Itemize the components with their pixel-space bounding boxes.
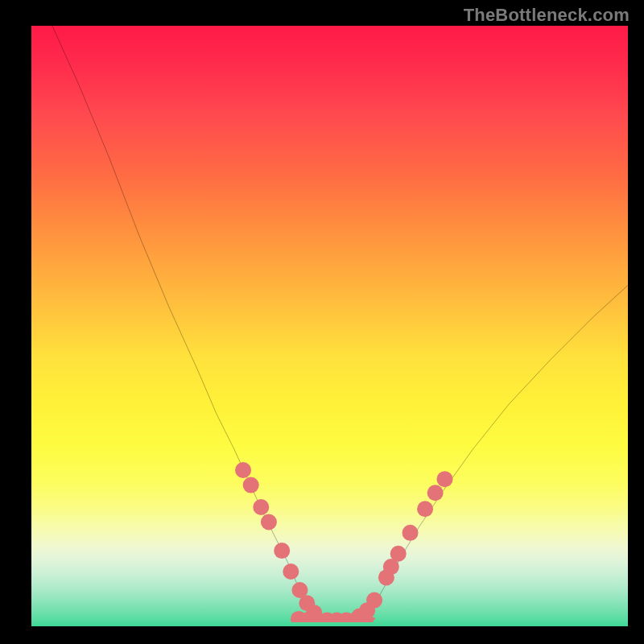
- right-dot: [427, 485, 444, 501]
- left-dot: [235, 462, 251, 478]
- left-dot: [253, 499, 269, 515]
- right-dot: [417, 501, 433, 517]
- chart-svg: [31, 26, 628, 622]
- right-dot: [402, 525, 419, 541]
- left-dot: [243, 477, 259, 493]
- left-dot: [283, 564, 299, 580]
- right-dot: [437, 471, 453, 487]
- plot-area: [31, 26, 628, 626]
- watermark-text: TheBottleneck.com: [464, 5, 630, 26]
- left-dot: [274, 543, 290, 559]
- right-dot: [366, 592, 382, 609]
- dot-layer: [235, 462, 452, 622]
- right-dot: [390, 546, 407, 562]
- curve-layer: [52, 26, 628, 619]
- left-dot: [261, 514, 277, 530]
- curve-left-curve: [52, 26, 319, 619]
